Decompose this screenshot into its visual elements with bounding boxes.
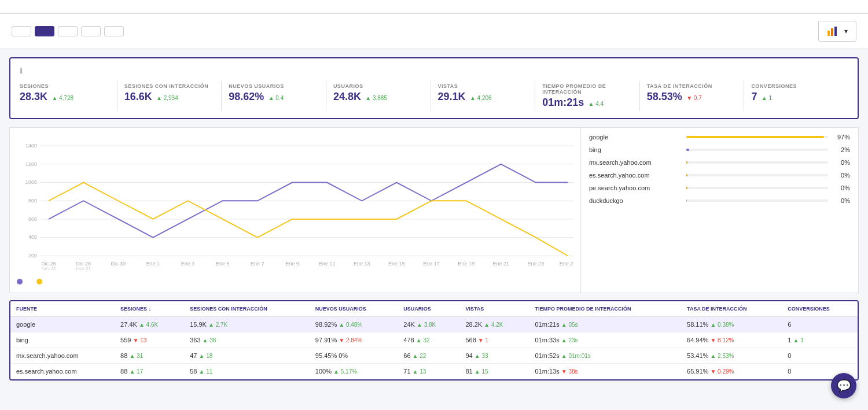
stat-value: 01m:21s ▲ 4.4 — [542, 97, 632, 109]
table-cell: google — [10, 317, 115, 333]
sidebar-bar-wrap — [686, 187, 828, 189]
svg-rect-1 — [831, 28, 833, 36]
delta-up: ▲ 17 — [129, 368, 143, 375]
stat-value: 98.62% ▲ 0.4 — [229, 91, 319, 103]
table-cell: 98.92% ▲ 0.48% — [310, 317, 398, 333]
delta-down: ▼ 2.84% — [339, 337, 362, 343]
table-cell: bing — [10, 333, 115, 348]
stat-label: NUEVOS USUARIOS — [229, 83, 319, 89]
table-cell: 363 ▲ 38 — [184, 333, 310, 348]
delta-up: ▲ 15 — [475, 368, 488, 375]
delta-up: ▲ 3.8K — [417, 322, 436, 328]
delta-up: ▲ 32 — [416, 337, 430, 343]
delta-up: ▲ 2.7K — [208, 322, 227, 328]
sidebar-source-label: bing — [589, 146, 682, 153]
delta-up: ▲ 23s — [561, 337, 578, 343]
sidebar-source-label: google — [589, 134, 682, 141]
stat-label: TASA DE INTERACCIÓN — [647, 83, 737, 89]
svg-text:600: 600 — [28, 216, 37, 222]
table-cell: 1 ▲ 1 — [782, 333, 858, 348]
svg-text:Ene 11: Ene 11 — [319, 261, 336, 267]
sidebar-bar — [686, 187, 687, 189]
stat-label: SESIONES CON INTERACCIÓN — [124, 83, 215, 89]
svg-text:Ene 15: Ene 15 — [388, 261, 405, 267]
table-cell: 559 ▼ 13 — [115, 333, 184, 348]
google-analytics-button[interactable]: ▾ — [818, 21, 856, 42]
sidebar-bar — [686, 161, 687, 164]
table-cell: 65.91% ▼ 0.29% — [681, 364, 782, 379]
delta-up: ▲ 2.53% — [710, 353, 734, 359]
svg-text:800: 800 — [28, 198, 37, 204]
svg-text:1400: 1400 — [25, 143, 37, 149]
sidebar-chart: google 97% bing 2% mx.search.yahoo.com 0… — [581, 127, 859, 293]
sidebar-bar — [686, 136, 824, 138]
sidebar-bar — [686, 200, 687, 202]
svg-text:Ene 3: Ene 3 — [181, 261, 195, 267]
tab-pago[interactable] — [58, 26, 78, 36]
sidebar-bar-row: duckduckgo 0% — [589, 197, 850, 204]
table-row: es.search.yahoo.com88 ▲ 1758 ▲ 11100% ▲ … — [10, 364, 858, 379]
svg-rect-2 — [834, 27, 837, 36]
delta-up: ▲ 5.17% — [333, 368, 357, 375]
delta-down: ▼ 1 — [478, 337, 488, 343]
stat-value: 16.6K ▲ 2,934 — [124, 91, 215, 103]
tab-canales[interactable] — [12, 26, 31, 36]
sidebar-bar-wrap — [686, 200, 828, 202]
line-chart: 1400 1200 1000 800 600 400 200 Dic 26 No… — [17, 135, 573, 274]
delta-up: ▲ 11 — [198, 368, 212, 375]
table-cell: 58 ▲ 11 — [184, 364, 310, 379]
svg-text:Ene 25: Ene 25 — [560, 261, 573, 267]
tab-social[interactable] — [104, 26, 124, 36]
tab-referido[interactable] — [81, 26, 101, 36]
delta-up: ▲ 13 — [413, 368, 426, 375]
sidebar-bar-row: pe.search.yahoo.com 0% — [589, 184, 850, 191]
delta-up: ▲ 38 — [203, 337, 216, 343]
sidebar-bar-wrap — [686, 174, 828, 176]
sidebar-pct: 0% — [833, 184, 850, 191]
tab-organico[interactable] — [35, 26, 54, 36]
svg-text:Ene 9: Ene 9 — [285, 261, 299, 267]
svg-text:1000: 1000 — [25, 180, 37, 186]
chart-section: 1400 1200 1000 800 600 400 200 Dic 26 No… — [9, 127, 859, 293]
top-navigation — [0, 0, 868, 14]
sidebar-bar-row: mx.search.yahoo.com 0% — [589, 159, 850, 166]
delta-up: ▲ 18 — [198, 353, 212, 359]
stat-label: SESIONES — [20, 83, 110, 89]
sidebar-bar — [686, 174, 687, 176]
sidebar-bar-wrap — [686, 161, 828, 164]
table-cell: 100% ▲ 5.17% — [310, 364, 398, 379]
svg-text:Ene 21: Ene 21 — [492, 261, 509, 267]
table-cell: 95.45% 0% — [310, 348, 398, 364]
sidebar-source-label: pe.search.yahoo.com — [589, 184, 682, 191]
delta-up: ▲ 31 — [129, 353, 143, 359]
svg-text:400: 400 — [28, 235, 37, 241]
svg-text:Ene 7: Ene 7 — [251, 261, 264, 267]
svg-text:Dic 30: Dic 30 — [111, 261, 126, 267]
table-header-cell: CONVERSIONES — [782, 301, 858, 317]
table-cell: 64.94% ▼ 8.12% — [681, 333, 782, 348]
delta-up: ▲ 0.48% — [339, 322, 362, 328]
ga-icon — [827, 26, 837, 36]
data-table-section: FUENTESESIONES ↓SESIONES CON INTERACCIÓN… — [9, 300, 859, 381]
stat-item: USUARIOS 24.8K ▲ 3,885 — [326, 81, 431, 111]
sidebar-pct: 97% — [833, 134, 850, 141]
table-cell: 28.2K ▲ 4.2K — [459, 317, 529, 333]
stat-item: CONVERSIONES 7 ▲ 1 — [744, 81, 848, 111]
stat-label: USUARIOS — [333, 83, 424, 89]
table-cell: 568 ▼ 1 — [459, 333, 529, 348]
stat-item: TASA DE INTERACCIÓN 58.53% ▼ 0.7 — [640, 81, 745, 111]
table-cell: 58.11% ▲ 0.38% — [681, 317, 782, 333]
stats-card: ℹ SESIONES 28.3K ▲ 4,728 SESIONES CON IN… — [9, 57, 859, 119]
svg-rect-0 — [827, 31, 830, 36]
sidebar-bar-row: bing 2% — [589, 146, 850, 153]
table-header-cell: NUEVOS USUARIOS — [310, 301, 398, 317]
delta-up: ▲ 05s — [561, 322, 578, 328]
table-cell: 15.9K ▲ 2.7K — [184, 317, 310, 333]
delta-up: ▲ 4.2K — [484, 322, 503, 328]
svg-text:Ene 13: Ene 13 — [354, 261, 370, 267]
stat-item: NUEVOS USUARIOS 98.62% ▲ 0.4 — [222, 81, 326, 111]
table-header-cell: USUARIOS — [398, 301, 459, 317]
data-table: FUENTESESIONES ↓SESIONES CON INTERACCIÓN… — [10, 301, 858, 379]
delta-down: ▼ 38s — [561, 368, 578, 375]
table-cell: 71 ▲ 13 — [398, 364, 459, 379]
